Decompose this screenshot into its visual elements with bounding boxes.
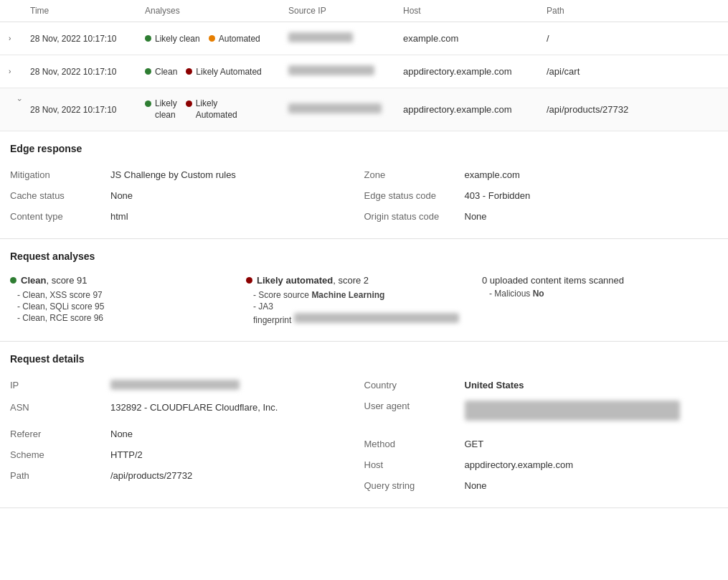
request-details-right: Country United States User agent Method … [364,375,719,496]
mitigation-row: Mitigation JS Challenge by Custom rules [10,164,364,185]
row2-badge1: Clean [145,67,177,77]
request-analyses-title: Request analyses [10,251,718,262]
request-analyses-section: Request analyses Clean, score 91 - Clean… [0,239,728,342]
analyses-col-automated: Likely automated, score 2 - Score source… [246,272,482,329]
edge-response-title: Edge response [10,143,718,154]
referer-value: None [110,429,364,439]
ip-label: IP [10,380,110,390]
request-details-section: Request details IP ASN 132892 - CLOUDFLA… [0,342,728,508]
analyses-grid: Clean, score 91 - Clean, XSS score 97 - … [10,272,718,329]
clean-score-label: Clean, score 91 [10,275,246,286]
row3-badge2-label: LikelyAutomated [196,98,237,121]
edge-response-grid: Mitigation JS Challenge by Custom rules … [10,164,718,227]
header-expand [9,6,30,16]
row1-path: / [547,33,712,44]
row1-source-ip [288,32,403,45]
scheme-value: HTTP/2 [110,449,364,460]
user-agent-value [465,401,719,423]
fingerprint-row: fingerprint [246,313,482,325]
row2-badge2: Likely Automated [186,67,261,77]
host-row: Host appdirectory.example.com [364,454,719,475]
zone-label: Zone [364,169,465,180]
row1-badge1: Likely clean [145,34,200,44]
referer-label: Referer [10,429,110,439]
ip-value [110,380,364,392]
row1-badge2: Automated [209,34,260,44]
row3-badge1: Likelyclean [145,98,177,121]
scheme-label: Scheme [10,449,110,460]
content-type-row: Content type html [10,206,364,227]
row3-path: /api/products/27732 [547,104,712,115]
mitigation-value: JS Challenge by Custom rules [110,169,364,180]
row2-badge2-dot [186,68,192,75]
table-row: › 28 Nov, 2022 10:17:10 Clean Likely Aut… [0,55,728,88]
row3-badge1-dot [145,100,151,107]
row1-badge2-label: Automated [219,34,260,44]
request-details-title: Request details [10,353,718,365]
ja3-row: - JA3 [246,301,482,312]
edge-status-code-label: Edge status code [364,190,465,201]
method-label: Method [364,439,465,449]
clean-sub1: - Clean, XSS score 97 [10,290,246,300]
row2-badge1-label: Clean [155,67,177,77]
header-path: Path [547,6,712,16]
row1-host: example.com [403,33,547,44]
table-header: Time Analyses Source IP Host Path [0,0,728,22]
request-details-left: IP ASN 132892 - CLOUDFLARE Cloudflare, I… [10,375,364,496]
mitigation-label: Mitigation [10,169,110,180]
header-analyses: Analyses [145,6,288,16]
header-host: Host [403,6,547,16]
path-value: /api/products/27732 [110,470,364,481]
table-row: › 28 Nov, 2022 10:17:10 Likely clean Aut… [0,22,728,55]
asn-label: ASN [10,402,110,413]
path-label: Path [10,470,110,481]
zone-value: example.com [465,169,719,180]
row2-source-ip [288,65,403,78]
row1-chevron[interactable]: › [9,34,30,42]
cache-status-label: Cache status [10,190,110,201]
query-string-value: None [465,480,719,491]
asn-value: 132892 - CLOUDFLARE Cloudflare, Inc. [110,402,364,413]
row2-path: /api/cart [547,66,712,77]
edge-response-right: Zone example.com Edge status code 403 - … [364,164,719,227]
scheme-row: Scheme HTTP/2 [10,444,364,465]
content-type-label: Content type [10,211,110,222]
origin-status-code-label: Origin status code [364,211,465,222]
asn-row: ASN 132892 - CLOUDFLARE Cloudflare, Inc. [10,397,364,418]
clean-sub2: - Clean, SQLi score 95 [10,301,246,312]
row3-time: 28 Nov, 2022 10:17:10 [30,105,145,115]
score-source-row: - Score source Machine Learning [246,290,482,300]
country-value: United States [465,380,719,390]
automated-score-label: Likely automated, score 2 [246,275,482,286]
row3-source-ip [288,103,403,116]
row3-host: appdirectory.example.com [403,104,547,115]
header-source-ip: Source IP [288,6,403,16]
zone-row: Zone example.com [364,164,719,185]
method-row: Method GET [364,434,719,454]
malicious-row: - Malicious No [482,289,718,299]
row2-chevron[interactable]: › [9,67,30,75]
analyses-col-clean: Clean, score 91 - Clean, XSS score 97 - … [10,272,246,329]
row2-time: 28 Nov, 2022 10:17:10 [30,67,145,77]
origin-status-code-value: None [465,211,719,222]
uploaded-label: 0 uploaded content items scanned [482,275,718,286]
row3-chevron[interactable]: › [16,99,24,121]
automated-label: Likely automated, score 2 [257,275,369,286]
ip-row: IP [10,375,364,397]
row1-time: 28 Nov, 2022 10:17:10 [30,34,145,44]
referer-row: Referer None [10,424,364,444]
query-string-label: Query string [364,480,465,491]
row1-badge1-label: Likely clean [155,34,200,44]
edge-response-left: Mitigation JS Challenge by Custom rules … [10,164,364,227]
user-agent-row: User agent [364,396,719,428]
cache-status-value: None [110,190,364,201]
row1-analysis: Likely clean Automated [145,34,288,44]
method-value: GET [465,439,719,449]
edge-response-section: Edge response Mitigation JS Challenge by… [0,131,728,239]
country-row: Country United States [364,375,719,396]
cache-status-row: Cache status None [10,185,364,206]
analyses-col-uploaded: 0 uploaded content items scanned - Malic… [482,272,718,329]
row3-badge2: LikelyAutomated [186,98,237,121]
path-row: Path /api/products/27732 [10,465,364,486]
request-details-grid: IP ASN 132892 - CLOUDFLARE Cloudflare, I… [10,375,718,496]
